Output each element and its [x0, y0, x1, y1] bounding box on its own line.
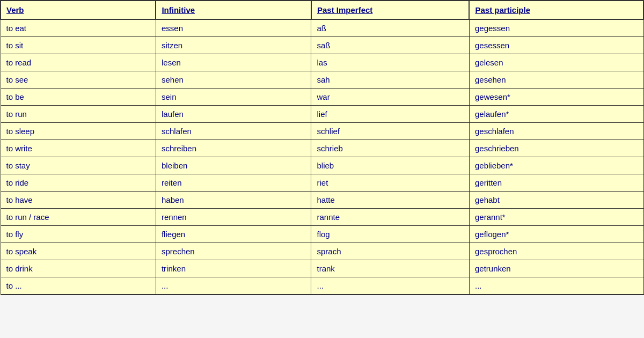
table-row: to eatessenaßgegessen: [1, 19, 643, 37]
cell-past-imperfect: flog: [311, 226, 470, 243]
cell-past-imperfect: lief: [311, 106, 470, 123]
cell-past-participle: geschrieben: [469, 140, 643, 157]
cell-verb: to ride: [1, 174, 156, 192]
cell-past-participle: geschlafen: [469, 123, 643, 140]
cell-past-imperfect: sah: [311, 71, 470, 89]
cell-past-imperfect: blieb: [311, 157, 470, 174]
cell-past-imperfect: aß: [311, 19, 470, 37]
cell-infinitive: sehen: [156, 71, 311, 89]
cell-past-imperfect: schrieb: [311, 140, 470, 157]
cell-past-imperfect: schlief: [311, 123, 470, 140]
cell-verb: to eat: [1, 19, 156, 37]
cell-past-imperfect: ...: [311, 277, 470, 295]
cell-verb: to sleep: [1, 123, 156, 140]
cell-past-participle: geritten: [469, 174, 643, 192]
cell-infinitive: sein: [156, 89, 311, 106]
table-row: to writeschreibenschriebgeschrieben: [1, 140, 643, 157]
table-row: to speaksprechensprachgesprochen: [1, 243, 643, 260]
cell-infinitive: schlafen: [156, 123, 311, 140]
table-row: to run / racerennenranntegerannt*: [1, 209, 643, 226]
cell-infinitive: trinken: [156, 260, 311, 277]
header-row: Verb Infinitive Past Imperfect Past part…: [1, 1, 643, 19]
cell-past-participle: getrunken: [469, 260, 643, 277]
header-verb: Verb: [1, 1, 156, 19]
cell-past-imperfect: trank: [311, 260, 470, 277]
cell-past-imperfect: saß: [311, 37, 470, 54]
table-row: to runlaufenliefgelaufen*: [1, 106, 643, 123]
table-row: to staybleibenbliebgeblieben*: [1, 157, 643, 174]
cell-verb: to sit: [1, 37, 156, 54]
header-past-imperfect: Past Imperfect: [311, 1, 470, 19]
header-past-participle: Past participle: [469, 1, 643, 19]
cell-verb: to speak: [1, 243, 156, 260]
table-container: Verb Infinitive Past Imperfect Past part…: [0, 0, 644, 295]
cell-verb: to ...: [1, 277, 156, 295]
cell-past-imperfect: hatte: [311, 192, 470, 209]
cell-infinitive: reiten: [156, 174, 311, 192]
cell-infinitive: bleiben: [156, 157, 311, 174]
table-row: to havehabenhattegehabt: [1, 192, 643, 209]
cell-verb: to fly: [1, 226, 156, 243]
cell-verb: to write: [1, 140, 156, 157]
cell-verb: to see: [1, 71, 156, 89]
cell-infinitive: haben: [156, 192, 311, 209]
cell-past-imperfect: riet: [311, 174, 470, 192]
cell-past-participle: ...: [469, 277, 643, 295]
header-infinitive: Infinitive: [156, 1, 311, 19]
cell-infinitive: essen: [156, 19, 311, 37]
table-row: to sleepschlafenschliefgeschlafen: [1, 123, 643, 140]
cell-past-imperfect: war: [311, 89, 470, 106]
cell-verb: to run: [1, 106, 156, 123]
cell-infinitive: ...: [156, 277, 311, 295]
cell-past-participle: gesehen: [469, 71, 643, 89]
cell-infinitive: fliegen: [156, 226, 311, 243]
cell-past-participle: gehabt: [469, 192, 643, 209]
cell-infinitive: rennen: [156, 209, 311, 226]
cell-infinitive: schreiben: [156, 140, 311, 157]
table-row: to ridereitenrietgeritten: [1, 174, 643, 192]
cell-past-participle: gesessen: [469, 37, 643, 54]
table-row: to ............: [1, 277, 643, 295]
german-verbs-table: Verb Infinitive Past Imperfect Past part…: [0, 0, 644, 295]
cell-past-participle: gerannt*: [469, 209, 643, 226]
cell-past-imperfect: sprach: [311, 243, 470, 260]
cell-past-participle: geflogen*: [469, 226, 643, 243]
cell-verb: to run / race: [1, 209, 156, 226]
cell-past-participle: gewesen*: [469, 89, 643, 106]
cell-infinitive: sprechen: [156, 243, 311, 260]
cell-infinitive: lesen: [156, 54, 311, 71]
table-row: to flyfliegenfloggeflogen*: [1, 226, 643, 243]
cell-past-imperfect: las: [311, 54, 470, 71]
cell-past-participle: gegessen: [469, 19, 643, 37]
cell-verb: to stay: [1, 157, 156, 174]
table-row: to sitsitzensaßgesessen: [1, 37, 643, 54]
cell-infinitive: sitzen: [156, 37, 311, 54]
cell-verb: to have: [1, 192, 156, 209]
cell-verb: to be: [1, 89, 156, 106]
table-row: to seesehensahgesehen: [1, 71, 643, 89]
table-row: to drinktrinkentrankgetrunken: [1, 260, 643, 277]
cell-past-imperfect: rannte: [311, 209, 470, 226]
table-row: to readlesenlasgelesen: [1, 54, 643, 71]
cell-verb: to read: [1, 54, 156, 71]
cell-infinitive: laufen: [156, 106, 311, 123]
cell-past-participle: geblieben*: [469, 157, 643, 174]
cell-verb: to drink: [1, 260, 156, 277]
cell-past-participle: gelaufen*: [469, 106, 643, 123]
cell-past-participle: gelesen: [469, 54, 643, 71]
table-row: to beseinwargewesen*: [1, 89, 643, 106]
cell-past-participle: gesprochen: [469, 243, 643, 260]
